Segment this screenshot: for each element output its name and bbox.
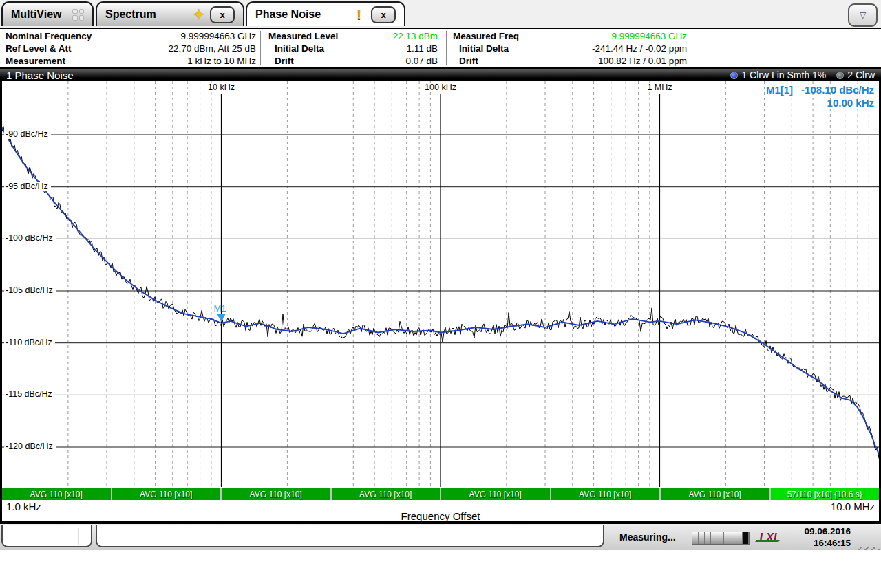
- instrument-screen: MultiView Spectrum ✦ x Phase Noise ! x ▽…: [0, 0, 881, 588]
- measurement-progress-bar: [692, 532, 750, 545]
- tab-multiview[interactable]: MultiView: [1, 1, 94, 26]
- warning-exclamation-icon: !: [357, 6, 361, 23]
- avg-segment: AVG 110 [x10]: [332, 488, 440, 500]
- header-label: Ref Level & Att: [6, 43, 72, 54]
- trace1-label[interactable]: 1 Clrw Lin Smth 1%: [741, 69, 826, 80]
- header-value-measured-level: 22.13 dBm: [393, 31, 438, 41]
- header-label: Drift: [453, 56, 478, 66]
- x-axis-decade-label: 1 MHz: [644, 83, 675, 92]
- measurement-header: Nominal Frequency9.999994663 GHz Ref Lev…: [0, 29, 881, 67]
- softkey-tab-left: [1, 525, 92, 547]
- y-axis-tick-label: -105 dBc/Hz: [4, 285, 56, 295]
- header-label: Drift: [268, 56, 294, 66]
- header-label: Initial Delta: [453, 43, 509, 54]
- progress-cell: [743, 532, 749, 544]
- progress-cell: [730, 532, 736, 544]
- trace1-radio[interactable]: [730, 72, 738, 79]
- header-label: Nominal Frequency: [6, 31, 92, 41]
- tab-spectrum-label: Spectrum: [105, 8, 156, 21]
- status-toolbar: Measuring... LXI 09.06.2016 16:46:15: [0, 524, 881, 550]
- avg-segment: AVG 110 [x10]: [222, 488, 330, 500]
- status-datetime: 09.06.2016 16:46:15: [804, 525, 851, 549]
- avg-segment: AVG 110 [x10]: [112, 488, 221, 500]
- header-column-level: Measured Level22.13 dBm Initial Delta1.1…: [268, 30, 438, 67]
- header-label: Initial Delta: [268, 43, 324, 54]
- header-value: 1 kHz to 10 MHz: [187, 56, 256, 66]
- marker-m1-label: M1: [214, 303, 226, 314]
- status-date: 09.06.2016: [804, 525, 851, 537]
- header-label: Measurement: [6, 56, 65, 66]
- header-column-measured-freq: Measured Freq9.999994663 GHz Initial Del…: [453, 30, 687, 67]
- average-progress-bar: AVG 110 [x10]AVG 110 [x10]AVG 110 [x10]A…: [2, 488, 879, 500]
- divider: [78, 528, 79, 545]
- y-axis-tick-label: -115 dBc/Hz: [4, 389, 55, 399]
- phase-noise-chart-canvas: M1: [2, 81, 879, 487]
- progress-cell: [711, 532, 717, 544]
- tab-spectrum[interactable]: Spectrum ✦ x: [96, 1, 244, 26]
- tab-phase-noise-close-button[interactable]: x: [371, 6, 396, 23]
- divider: [260, 31, 261, 65]
- sequencer-dropdown-button[interactable]: ▽: [848, 3, 878, 27]
- header-label: Measured Level: [268, 31, 338, 41]
- multiview-grid-icon: [72, 9, 84, 21]
- favorite-star-icon: ✦: [193, 8, 204, 21]
- chevron-down-icon: ▽: [860, 10, 866, 20]
- x-axis-decade-label: 10 kHz: [205, 83, 237, 92]
- tab-multiview-label: MultiView: [11, 8, 62, 21]
- lxi-logo-icon: LXI: [754, 531, 782, 545]
- divider: [446, 31, 447, 65]
- header-value-measured-freq: 9.999994663 GHz: [611, 31, 687, 41]
- progress-cell: [705, 532, 711, 544]
- marker-name: M1[1]: [766, 84, 793, 96]
- softkey-tab-main: [96, 525, 604, 547]
- y-axis-tick-label: -100 dBc/Hz: [4, 233, 56, 243]
- marker-m1[interactable]: [217, 314, 226, 322]
- avg-segment: 57/110 [x10] {10.6 s}: [771, 488, 880, 500]
- screenshot-footer: Date: 9.JUN.2016 16:46:15: [0, 550, 881, 588]
- measuring-status-text: Measuring...: [619, 532, 676, 543]
- y-axis-tick-label: -95 dBc/Hz: [4, 182, 51, 191]
- header-value: 100.82 Hz / 0.01 ppm: [598, 56, 687, 66]
- progress-cell: [699, 532, 705, 544]
- x-axis-decade-label: 100 kHz: [422, 83, 459, 92]
- avg-segment: AVG 110 [x10]: [441, 488, 550, 500]
- progress-cell: [736, 532, 743, 544]
- tab-phase-noise[interactable]: Phase Noise ! x: [246, 1, 405, 26]
- tab-phase-noise-label: Phase Noise: [255, 8, 321, 21]
- tab-bar: MultiView Spectrum ✦ x Phase Noise ! x ▽: [0, 0, 881, 28]
- trace2-radio[interactable]: [836, 72, 844, 79]
- header-value: -241.44 Hz / -0.02 ppm: [592, 43, 687, 54]
- window-title: 1 Phase Noise: [6, 69, 74, 81]
- header-value: 1.11 dB: [406, 43, 438, 54]
- tab-spectrum-close-button[interactable]: x: [210, 6, 235, 23]
- progress-cell: [724, 532, 730, 544]
- y-axis-tick-label: -110 dBc/Hz: [4, 338, 55, 347]
- marker-value: -108.10 dBc/Hz: [801, 84, 874, 96]
- header-value: 22.70 dBm, Att 25 dB: [168, 43, 256, 54]
- header-value: 9.999994663 GHz: [180, 31, 256, 41]
- avg-segment: AVG 110 [x10]: [2, 488, 111, 500]
- phase-noise-plot: M1 M1[1]-108.10 dBc/Hz 10.00 kHz 10 kHz1…: [2, 81, 879, 487]
- status-time: 16:46:15: [804, 537, 851, 549]
- marker-readout: M1[1]-108.10 dBc/Hz 10.00 kHz: [766, 83, 874, 109]
- header-column-frequency: Nominal Frequency9.999994663 GHz Ref Lev…: [6, 30, 256, 67]
- avg-segment: AVG 110 [x10]: [661, 488, 769, 500]
- y-axis-tick-label: -120 dBc/Hz: [4, 442, 56, 451]
- result-window-titlebar: 1 Phase Noise 1 Clrw Lin Smth 1% 2 Clrw: [0, 69, 881, 81]
- progress-cell: [717, 532, 723, 544]
- avg-segment: AVG 110 [x10]: [551, 488, 660, 500]
- trace2-label[interactable]: 2 Clrw: [847, 69, 875, 80]
- header-value: 0.07 dB: [405, 56, 438, 66]
- header-label: Measured Freq: [453, 31, 519, 41]
- y-axis-tick-label: -90 dBc/Hz: [4, 129, 51, 139]
- marker-frequency: 10.00 kHz: [766, 96, 874, 109]
- progress-cell: [692, 532, 699, 544]
